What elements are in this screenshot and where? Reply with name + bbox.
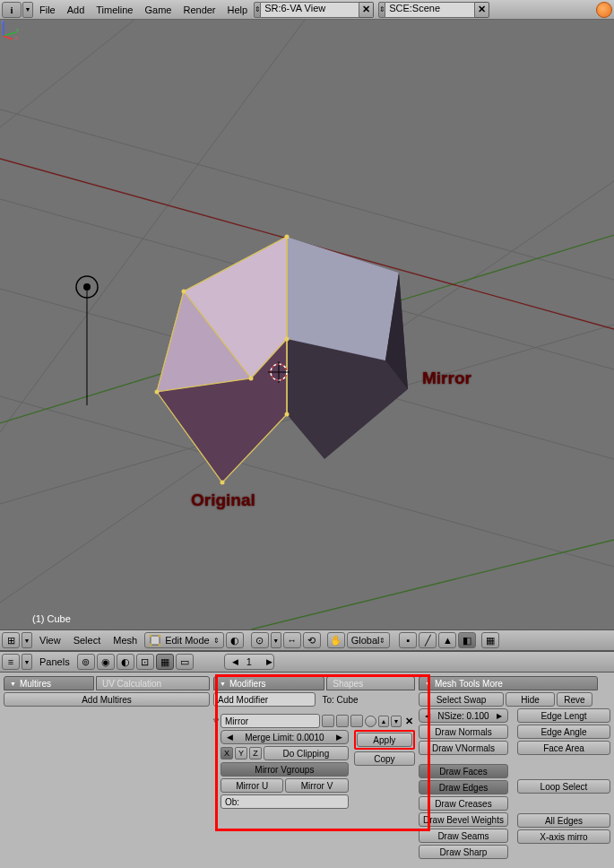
buttons-window-type-icon[interactable]: ≡ (2, 654, 20, 670)
context-shading-icon[interactable]: ◐ (117, 654, 134, 670)
menu-add[interactable]: Add (62, 2, 91, 18)
svg-point-24 (155, 390, 160, 395)
edge-length-button[interactable]: Edge Lengt (517, 708, 610, 723)
buttons-window-dropdown[interactable]: ▼ (22, 654, 32, 670)
mirror-u-button[interactable]: Mirror U (221, 778, 283, 793)
manipulator-move-icon[interactable]: ↔ (283, 632, 301, 648)
all-edges-button[interactable]: All Edges (517, 813, 610, 828)
draw-sharp-button[interactable]: Draw Sharp (419, 845, 508, 859)
apply-button[interactable]: Apply (357, 733, 412, 747)
axis-y-button[interactable]: Y (235, 747, 247, 760)
svg-point-23 (182, 290, 186, 294)
window-type-dropdown[interactable]: ▼ (22, 2, 33, 18)
tab-shapes[interactable]: Shapes (326, 676, 415, 690)
menu-file[interactable]: File (34, 2, 61, 18)
axis-z-button[interactable]: Z (249, 747, 262, 760)
context-scene-icon[interactable]: ▭ (176, 654, 194, 670)
tab-mesh-tools-more[interactable]: ▼Mesh Tools More (419, 676, 598, 690)
orientation-selector[interactable]: Global ⇕ (347, 632, 391, 648)
svg-line-35 (4, 36, 13, 39)
tab-multires[interactable]: ▼Multires (4, 676, 94, 690)
loop-select-button[interactable]: Loop Select (517, 779, 610, 794)
draw-creases-button[interactable]: Draw Creases (419, 796, 508, 811)
scene-name-field[interactable]: SCE:Scene (385, 2, 475, 18)
window-type-button[interactable]: i (2, 2, 22, 18)
menu-render[interactable]: Render (177, 2, 221, 18)
triangle-down-icon: ▼ (425, 681, 431, 687)
widget-toggle-icon[interactable]: ✋ (327, 632, 345, 648)
nsize-field[interactable]: ◀NSize: 0.100▶ (419, 708, 508, 723)
scene-browse-icon[interactable]: ⇕ (378, 2, 385, 18)
reveal-button[interactable]: Reve (557, 692, 592, 707)
triangle-down-icon[interactable]: ▽ (213, 717, 219, 725)
screen-browse-icon[interactable]: ⇕ (254, 2, 261, 18)
sel-face-button[interactable]: ▲ (438, 632, 456, 648)
draw-edges-button[interactable]: Draw Edges (419, 780, 508, 794)
menu-game[interactable]: Game (139, 2, 177, 18)
screen-delete-button[interactable]: ✕ (359, 2, 374, 18)
svg-rect-39 (151, 636, 160, 645)
menu-mesh[interactable]: Mesh (108, 632, 143, 648)
context-logic-icon[interactable]: ⊚ (77, 654, 95, 670)
modifier-enable-icon[interactable] (365, 716, 376, 727)
panel-modifiers: ▼Modifiers Shapes Add Modifier To: Cube … (213, 676, 415, 866)
sel-edge-button[interactable]: ╱ (419, 632, 437, 648)
copy-button[interactable]: Copy (354, 751, 415, 766)
menu-timeline[interactable]: Timeline (91, 2, 138, 18)
merge-limit-field[interactable]: ◀Merge Limit: 0.0010▶ (221, 730, 349, 744)
xaxis-mirror-button[interactable]: X-axis mirro (517, 829, 610, 844)
tab-modifiers[interactable]: ▼Modifiers (213, 676, 324, 690)
annotation-original: Original (191, 490, 255, 510)
draw-seams-button[interactable]: Draw Seams (419, 829, 508, 843)
modifier-move-down-icon[interactable]: ▼ (391, 716, 402, 727)
mode-label: Edit Mode (165, 635, 210, 646)
view-type-icon[interactable]: ⊞ (2, 632, 20, 648)
draw-bweights-button[interactable]: Draw Bevel Weights (419, 812, 508, 827)
face-area-button[interactable]: Face Area (517, 741, 610, 755)
occlude-button[interactable]: ◧ (458, 632, 476, 648)
menu-select[interactable]: Select (68, 632, 107, 648)
mode-selector[interactable]: Edit Mode ⇕ (144, 632, 224, 648)
menu-view[interactable]: View (34, 632, 66, 648)
frame-pager[interactable]: ◀ 1 ▶ (224, 654, 274, 670)
sel-vertex-button[interactable]: ▪ (399, 632, 417, 648)
axis-x-button[interactable]: X (221, 747, 233, 760)
screen-name-field[interactable]: SR:6-VA View (261, 2, 359, 18)
context-script-icon[interactable]: ◉ (97, 654, 115, 670)
frame-prev-icon[interactable]: ◀ (225, 657, 239, 666)
modifier-cage-toggle[interactable] (350, 715, 363, 727)
frame-next-icon[interactable]: ▶ (259, 657, 273, 666)
pivot-dropdown[interactable]: ▼ (271, 632, 281, 648)
triangle-down-icon: ▼ (10, 681, 16, 687)
select-swap-button[interactable]: Select Swap (419, 692, 504, 707)
mirror-vgroups-button[interactable]: Mirror Vgroups (221, 762, 349, 777)
mirror-v-button[interactable]: Mirror V (285, 778, 348, 793)
edge-angle-button[interactable]: Edge Angle (517, 725, 610, 739)
modifier-delete-icon[interactable]: ✕ (403, 716, 415, 727)
draw-type-button[interactable]: ◐ (226, 632, 244, 648)
tab-uv-calculation[interactable]: UV Calculation (96, 676, 210, 690)
do-clipping-button[interactable]: Do Clipping (264, 746, 349, 760)
add-modifier-button[interactable]: Add Modifier (213, 692, 316, 707)
hide-button[interactable]: Hide (506, 692, 555, 707)
3d-viewport[interactable]: Original Mirror (1) Cube z x y (0, 20, 614, 629)
scene-delete-button[interactable]: ✕ (475, 2, 489, 18)
draw-faces-button[interactable]: Draw Faces (419, 764, 508, 778)
screen-selector: ⇕ SR:6-VA View ✕ (254, 2, 374, 18)
modifier-move-up-icon[interactable]: ▲ (378, 716, 389, 727)
context-object-icon[interactable]: ⊡ (136, 654, 154, 670)
pivot-button[interactable]: ⊙ (251, 632, 269, 648)
modifier-name-field[interactable]: Mirror (221, 714, 320, 728)
render-button-icon[interactable]: ▦ (481, 632, 499, 648)
modifier-display-toggle[interactable] (336, 715, 349, 727)
modifier-render-toggle[interactable] (322, 715, 334, 727)
add-multires-button[interactable]: Add Multires (4, 692, 210, 707)
draw-normals-button[interactable]: Draw Normals (419, 725, 508, 739)
manipulator-rotate-icon[interactable]: ⟲ (303, 632, 321, 648)
draw-vnormals-button[interactable]: Draw VNormals (419, 741, 508, 755)
mirror-object-field[interactable]: Ob: (221, 794, 349, 809)
view-type-dropdown[interactable]: ▼ (22, 632, 32, 648)
frame-value[interactable]: 1 (239, 656, 259, 667)
context-editing-icon[interactable]: ▦ (156, 654, 174, 670)
menu-help[interactable]: Help (222, 2, 254, 18)
